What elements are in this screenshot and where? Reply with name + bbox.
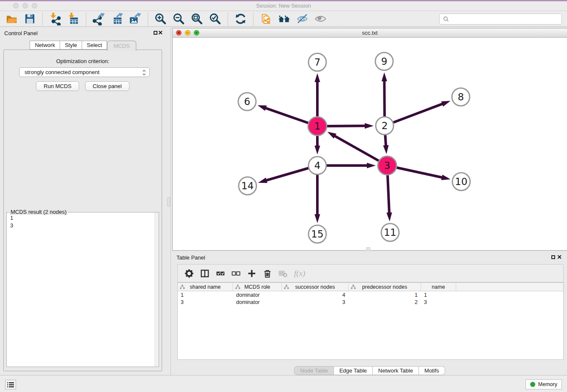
export-network-button[interactable] bbox=[91, 12, 107, 26]
graph-node-7[interactable]: 7 bbox=[308, 53, 326, 71]
graph-node-15[interactable]: 15 bbox=[308, 225, 326, 243]
export-table-button[interactable] bbox=[109, 12, 125, 26]
network-canvas[interactable]: 1234678910111415 bbox=[173, 38, 567, 251]
import-network-button[interactable] bbox=[47, 12, 63, 26]
table-row[interactable]: 3dominator323 bbox=[178, 298, 563, 306]
table-close-panel-icon[interactable]: ✕ bbox=[557, 254, 562, 260]
close-panel-button[interactable]: Close panel bbox=[85, 81, 129, 91]
column-header-successor-nodes[interactable]: successor nodes bbox=[282, 283, 349, 291]
view-resize-grip[interactable] bbox=[366, 247, 370, 251]
delete-table-icon bbox=[278, 269, 288, 278]
table-cell: 3 bbox=[282, 299, 349, 305]
graph-node-14[interactable]: 14 bbox=[239, 177, 256, 195]
share-document-icon bbox=[259, 12, 272, 25]
zoom-selected-icon bbox=[209, 12, 222, 25]
table-cell: dominator bbox=[233, 292, 282, 298]
graph-edge-3-1[interactable] bbox=[328, 132, 387, 166]
graph-node-6[interactable]: 6 bbox=[238, 93, 256, 110]
table-float-panel-icon[interactable] bbox=[551, 255, 555, 259]
graph-node-3[interactable]: 3 bbox=[378, 156, 396, 175]
refresh-icon bbox=[234, 12, 247, 25]
graph-node-10[interactable]: 10 bbox=[452, 173, 470, 190]
tab-edge-table[interactable]: Edge Table bbox=[334, 366, 373, 375]
delete-table-button[interactable] bbox=[277, 268, 289, 279]
tab-motifs[interactable]: Motifs bbox=[419, 366, 445, 375]
graph-node-2[interactable]: 2 bbox=[376, 117, 394, 135]
table-row[interactable]: 1dominator411 bbox=[178, 291, 563, 298]
save-session-button[interactable] bbox=[22, 12, 38, 26]
tab-node-table[interactable]: Node Table bbox=[294, 366, 334, 375]
search-box[interactable] bbox=[439, 14, 562, 25]
column-header-MCDS-role[interactable]: MCDS role bbox=[233, 283, 282, 291]
float-panel-icon[interactable] bbox=[154, 31, 157, 35]
column-header-name[interactable]: name bbox=[421, 283, 456, 291]
zoom-fit-button[interactable] bbox=[189, 12, 205, 26]
table-cell: 1 bbox=[178, 292, 233, 298]
deselect-all-checkboxes-button[interactable] bbox=[230, 268, 242, 279]
export-image-icon bbox=[129, 12, 142, 25]
apply-function-button[interactable]: f(x) bbox=[294, 269, 305, 278]
toggle-bird-eye-button[interactable] bbox=[313, 12, 328, 26]
column-settings-gear-button[interactable] bbox=[183, 268, 195, 279]
column-header-predecessor-nodes[interactable]: predecessor nodes bbox=[349, 283, 421, 291]
node-table: shared nameMCDS rolesuccessor nodesprede… bbox=[177, 282, 564, 360]
import-table-button[interactable] bbox=[66, 12, 81, 26]
run-mcds-button[interactable]: Run MCDS bbox=[36, 81, 79, 91]
mcds-result-scrollbar[interactable] bbox=[154, 213, 159, 367]
tab-style[interactable]: Style bbox=[60, 41, 82, 50]
zoom-fit-icon bbox=[190, 12, 204, 25]
graph-node-1[interactable]: 1 bbox=[308, 117, 327, 135]
save-session-icon bbox=[23, 12, 36, 25]
mcds-result-title: MCDS result (2 nodes) bbox=[9, 209, 68, 215]
network-view-titlebar: ✕ − + scc.txt bbox=[173, 28, 567, 38]
add-column-icon bbox=[247, 269, 256, 278]
select-all-checkboxes-icon bbox=[216, 269, 225, 278]
optimization-criterion-dropdown[interactable]: strongly connected component bbox=[19, 67, 150, 77]
import-network-icon bbox=[49, 12, 62, 25]
graph-node-8[interactable]: 8 bbox=[452, 88, 470, 106]
share-document-button[interactable] bbox=[258, 12, 274, 26]
hide-graphics-details-button[interactable] bbox=[295, 12, 310, 26]
tab-mcds[interactable]: MCDS bbox=[107, 41, 136, 51]
table-tabs: Node TableEdge TableNetwork TableMotifs bbox=[172, 366, 567, 375]
tab-select[interactable]: Select bbox=[82, 41, 107, 50]
panel-divider[interactable] bbox=[166, 28, 172, 375]
table-toolbar: f(x) bbox=[177, 264, 564, 282]
table-body: 1dominator4113dominator323 bbox=[178, 291, 563, 306]
svg-text:8: 8 bbox=[458, 91, 464, 102]
graph-node-9[interactable]: 9 bbox=[375, 52, 393, 70]
zoom-in-icon bbox=[154, 12, 167, 25]
navigator-button[interactable] bbox=[276, 12, 292, 26]
refresh-button[interactable] bbox=[233, 12, 248, 26]
status-bar: Memory bbox=[0, 375, 567, 392]
svg-text:7: 7 bbox=[314, 57, 321, 68]
toolbar-items bbox=[3, 11, 330, 26]
export-image-button[interactable] bbox=[127, 12, 143, 26]
zoom-out-button[interactable] bbox=[171, 12, 187, 26]
task-history-button[interactable] bbox=[5, 380, 16, 389]
graph-node-11[interactable]: 11 bbox=[381, 224, 399, 241]
delete-rows-button[interactable] bbox=[261, 268, 274, 279]
split-panel-button[interactable] bbox=[198, 268, 211, 279]
hierarchy-icon bbox=[284, 284, 289, 290]
memory-button[interactable]: Memory bbox=[526, 379, 562, 389]
add-column-button[interactable] bbox=[245, 268, 258, 279]
tab-network[interactable]: Network bbox=[30, 41, 60, 50]
tab-network-table[interactable]: Network Table bbox=[373, 366, 419, 375]
search-input[interactable] bbox=[451, 16, 561, 22]
control-panel: Control Panel ✕ NetworkStyleSelectMCDS O… bbox=[0, 28, 166, 375]
zoom-selected-button[interactable] bbox=[207, 12, 223, 26]
table-cell: 4 bbox=[282, 292, 349, 298]
close-panel-icon[interactable]: ✕ bbox=[158, 29, 163, 36]
select-all-checkboxes-button[interactable] bbox=[214, 268, 227, 279]
graph-node-4[interactable]: 4 bbox=[308, 157, 326, 174]
divider-grip[interactable] bbox=[167, 197, 170, 207]
zoom-in-button[interactable] bbox=[153, 12, 168, 26]
open-session-button[interactable] bbox=[4, 12, 19, 26]
svg-text:6: 6 bbox=[244, 96, 250, 107]
toolbar-separator bbox=[148, 13, 148, 25]
control-panel-title: Control Panel bbox=[4, 30, 38, 36]
import-table-icon bbox=[67, 12, 80, 25]
column-header-shared-name[interactable]: shared name bbox=[178, 283, 233, 291]
graph-edge-2-8[interactable] bbox=[385, 101, 451, 126]
